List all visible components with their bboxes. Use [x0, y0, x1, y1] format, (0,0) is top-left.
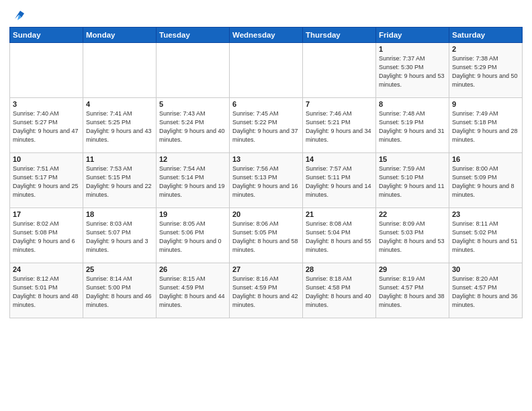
- calendar-cell: 29Sunrise: 8:19 AM Sunset: 4:57 PM Dayli…: [376, 263, 449, 318]
- calendar-cell: 23Sunrise: 8:11 AM Sunset: 5:02 PM Dayli…: [449, 208, 523, 263]
- day-info: Sunrise: 7:51 AM Sunset: 5:17 PM Dayligh…: [13, 165, 80, 199]
- day-info: Sunrise: 8:19 AM Sunset: 4:57 PM Dayligh…: [379, 275, 446, 310]
- calendar-cell: [83, 43, 157, 98]
- calendar-week-row: 10Sunrise: 7:51 AM Sunset: 5:17 PM Dayli…: [10, 153, 523, 208]
- calendar-table: SundayMondayTuesdayWednesdayThursdayFrid…: [9, 27, 523, 318]
- logo-bird-icon: [12, 7, 27, 21]
- day-number: 7: [306, 100, 373, 108]
- calendar-cell: 28Sunrise: 8:18 AM Sunset: 4:58 PM Dayli…: [303, 263, 376, 318]
- day-number: 10: [13, 155, 80, 163]
- calendar-week-row: 3Sunrise: 7:40 AM Sunset: 5:27 PM Daylig…: [10, 98, 523, 153]
- day-info: Sunrise: 8:02 AM Sunset: 5:08 PM Dayligh…: [13, 220, 80, 255]
- calendar-cell: 14Sunrise: 7:57 AM Sunset: 5:11 PM Dayli…: [303, 153, 376, 208]
- calendar-cell: 6Sunrise: 7:45 AM Sunset: 5:22 PM Daylig…: [230, 98, 303, 153]
- calendar-cell: [157, 43, 230, 98]
- calendar-cell: 27Sunrise: 8:16 AM Sunset: 4:59 PM Dayli…: [230, 263, 303, 318]
- calendar-week-row: 24Sunrise: 8:12 AM Sunset: 5:01 PM Dayli…: [10, 263, 523, 318]
- day-info: Sunrise: 7:43 AM Sunset: 5:24 PM Dayligh…: [159, 109, 226, 144]
- day-number: 16: [452, 155, 519, 163]
- day-number: 12: [159, 155, 226, 163]
- logo: [9, 7, 27, 21]
- calendar-week-row: 17Sunrise: 8:02 AM Sunset: 5:08 PM Dayli…: [10, 208, 523, 263]
- calendar-cell: 5Sunrise: 7:43 AM Sunset: 5:24 PM Daylig…: [157, 98, 230, 153]
- calendar-cell: 4Sunrise: 7:41 AM Sunset: 5:25 PM Daylig…: [83, 98, 157, 153]
- day-info: Sunrise: 8:20 AM Sunset: 4:57 PM Dayligh…: [452, 275, 519, 310]
- day-number: 13: [232, 155, 300, 163]
- weekday-header: Thursday: [303, 28, 376, 43]
- page-header: [9, 7, 523, 21]
- weekday-header: Saturday: [449, 28, 523, 43]
- calendar-cell: 7Sunrise: 7:46 AM Sunset: 5:21 PM Daylig…: [303, 98, 376, 153]
- calendar-cell: 17Sunrise: 8:02 AM Sunset: 5:08 PM Dayli…: [10, 208, 83, 263]
- day-number: 25: [86, 265, 153, 273]
- calendar-cell: 9Sunrise: 7:49 AM Sunset: 5:18 PM Daylig…: [449, 98, 523, 153]
- calendar-cell: 18Sunrise: 8:03 AM Sunset: 5:07 PM Dayli…: [83, 208, 157, 263]
- day-info: Sunrise: 8:00 AM Sunset: 5:09 PM Dayligh…: [452, 165, 519, 199]
- day-info: Sunrise: 7:54 AM Sunset: 5:14 PM Dayligh…: [159, 165, 226, 199]
- day-number: 18: [86, 210, 153, 218]
- day-number: 24: [13, 265, 80, 273]
- calendar-cell: 15Sunrise: 7:59 AM Sunset: 5:10 PM Dayli…: [376, 153, 449, 208]
- day-info: Sunrise: 8:06 AM Sunset: 5:05 PM Dayligh…: [232, 220, 300, 255]
- day-info: Sunrise: 7:38 AM Sunset: 5:29 PM Dayligh…: [452, 54, 519, 89]
- day-info: Sunrise: 7:41 AM Sunset: 5:25 PM Dayligh…: [86, 109, 153, 144]
- calendar-week-row: 1Sunrise: 7:37 AM Sunset: 5:30 PM Daylig…: [10, 43, 523, 98]
- calendar-cell: 11Sunrise: 7:53 AM Sunset: 5:15 PM Dayli…: [83, 153, 157, 208]
- day-number: 22: [379, 210, 446, 218]
- calendar-cell: 2Sunrise: 7:38 AM Sunset: 5:29 PM Daylig…: [449, 43, 523, 98]
- calendar-cell: 8Sunrise: 7:48 AM Sunset: 5:19 PM Daylig…: [376, 98, 449, 153]
- day-info: Sunrise: 7:59 AM Sunset: 5:10 PM Dayligh…: [379, 165, 446, 199]
- calendar-cell: [230, 43, 303, 98]
- calendar-cell: 22Sunrise: 8:09 AM Sunset: 5:03 PM Dayli…: [376, 208, 449, 263]
- day-number: 30: [452, 265, 519, 273]
- day-number: 26: [159, 265, 226, 273]
- day-info: Sunrise: 8:05 AM Sunset: 5:06 PM Dayligh…: [159, 220, 226, 255]
- day-number: 17: [13, 210, 80, 218]
- day-number: 9: [452, 100, 519, 108]
- calendar-cell: 1Sunrise: 7:37 AM Sunset: 5:30 PM Daylig…: [376, 43, 449, 98]
- day-info: Sunrise: 7:46 AM Sunset: 5:21 PM Dayligh…: [306, 109, 373, 144]
- day-info: Sunrise: 7:56 AM Sunset: 5:13 PM Dayligh…: [232, 165, 300, 199]
- day-info: Sunrise: 7:57 AM Sunset: 5:11 PM Dayligh…: [306, 165, 373, 199]
- weekday-header: Tuesday: [157, 28, 230, 43]
- calendar-cell: 12Sunrise: 7:54 AM Sunset: 5:14 PM Dayli…: [157, 153, 230, 208]
- day-number: 23: [452, 210, 519, 218]
- calendar-cell: 25Sunrise: 8:14 AM Sunset: 5:00 PM Dayli…: [83, 263, 157, 318]
- calendar-header-row: SundayMondayTuesdayWednesdayThursdayFrid…: [10, 28, 523, 43]
- day-number: 2: [452, 45, 519, 53]
- weekday-header: Sunday: [10, 28, 83, 43]
- day-info: Sunrise: 8:14 AM Sunset: 5:00 PM Dayligh…: [86, 275, 153, 310]
- day-info: Sunrise: 8:03 AM Sunset: 5:07 PM Dayligh…: [86, 220, 153, 255]
- calendar-cell: 16Sunrise: 8:00 AM Sunset: 5:09 PM Dayli…: [449, 153, 523, 208]
- day-info: Sunrise: 7:53 AM Sunset: 5:15 PM Dayligh…: [86, 165, 153, 199]
- day-number: 29: [379, 265, 446, 273]
- day-info: Sunrise: 8:15 AM Sunset: 4:59 PM Dayligh…: [159, 275, 226, 310]
- day-number: 14: [306, 155, 373, 163]
- day-number: 8: [379, 100, 446, 108]
- calendar-cell: 10Sunrise: 7:51 AM Sunset: 5:17 PM Dayli…: [10, 153, 83, 208]
- weekday-header: Wednesday: [230, 28, 303, 43]
- calendar-cell: 20Sunrise: 8:06 AM Sunset: 5:05 PM Dayli…: [230, 208, 303, 263]
- day-number: 20: [232, 210, 300, 218]
- day-info: Sunrise: 7:48 AM Sunset: 5:19 PM Dayligh…: [379, 109, 446, 144]
- day-number: 6: [232, 100, 300, 108]
- day-info: Sunrise: 8:18 AM Sunset: 4:58 PM Dayligh…: [306, 275, 373, 310]
- day-number: 27: [232, 265, 300, 273]
- day-number: 5: [159, 100, 226, 108]
- weekday-header: Friday: [376, 28, 449, 43]
- calendar-cell: 30Sunrise: 8:20 AM Sunset: 4:57 PM Dayli…: [449, 263, 523, 318]
- day-info: Sunrise: 7:37 AM Sunset: 5:30 PM Dayligh…: [379, 54, 446, 89]
- day-number: 4: [86, 100, 153, 108]
- calendar-cell: 24Sunrise: 8:12 AM Sunset: 5:01 PM Dayli…: [10, 263, 83, 318]
- calendar-cell: [10, 43, 83, 98]
- day-number: 3: [13, 100, 80, 108]
- day-info: Sunrise: 8:16 AM Sunset: 4:59 PM Dayligh…: [232, 275, 300, 310]
- day-info: Sunrise: 8:11 AM Sunset: 5:02 PM Dayligh…: [452, 220, 519, 255]
- day-info: Sunrise: 8:12 AM Sunset: 5:01 PM Dayligh…: [13, 275, 80, 310]
- page-container: SundayMondayTuesdayWednesdayThursdayFrid…: [0, 0, 532, 322]
- day-info: Sunrise: 7:45 AM Sunset: 5:22 PM Dayligh…: [232, 109, 300, 144]
- weekday-header: Monday: [83, 28, 157, 43]
- calendar-cell: 21Sunrise: 8:08 AM Sunset: 5:04 PM Dayli…: [303, 208, 376, 263]
- calendar-cell: 3Sunrise: 7:40 AM Sunset: 5:27 PM Daylig…: [10, 98, 83, 153]
- calendar-cell: 19Sunrise: 8:05 AM Sunset: 5:06 PM Dayli…: [157, 208, 230, 263]
